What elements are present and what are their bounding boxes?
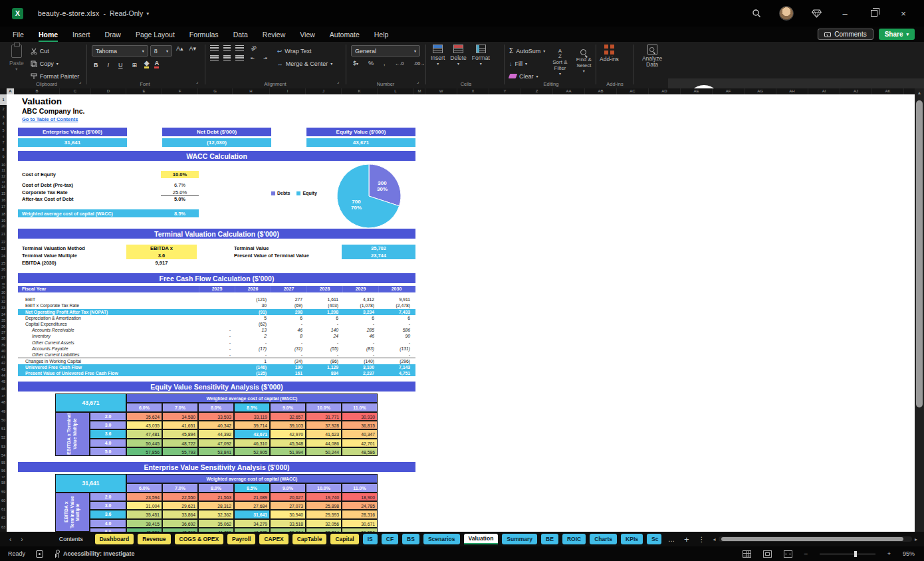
sheet-tab-is[interactable]: IS <box>363 534 378 544</box>
ev-sens-cell[interactable]: 35,451 <box>126 510 162 518</box>
fcf-cell[interactable]: 3,100 <box>342 364 378 370</box>
normal-view-button[interactable] <box>743 550 751 558</box>
sheet-tab-payroll[interactable]: Payroll <box>227 534 255 544</box>
equity-sens-cell[interactable]: 43,671 <box>234 429 270 438</box>
ev-sens-cell[interactable]: 31,641 <box>234 510 270 518</box>
ev-sens-cell[interactable]: 23,594 <box>126 493 162 501</box>
fcf-cell[interactable]: 46 <box>342 333 378 339</box>
paste-button[interactable]: Paste▾ <box>9 45 24 71</box>
fcf-cell[interactable]: 30 <box>235 302 271 308</box>
fcf-cell[interactable]: - <box>306 321 342 327</box>
title-chevron-icon[interactable]: ▾ <box>146 11 149 17</box>
horizontal-scroll-thumb[interactable] <box>721 537 903 541</box>
shrink-font-button[interactable]: A▾ <box>187 45 198 56</box>
fill-color-button[interactable]: ◆ <box>144 60 149 68</box>
fcf-cell[interactable]: 2 <box>235 333 271 339</box>
fcf-cell[interactable]: 4,751 <box>378 370 414 376</box>
equity-sens-cell[interactable]: 37,928 <box>306 421 342 429</box>
column-header-E[interactable]: E <box>126 88 162 94</box>
bold-button[interactable]: B <box>92 62 100 68</box>
insert-cells-button[interactable]: Insert▾ <box>431 45 445 66</box>
align-left-icon[interactable] <box>210 55 219 61</box>
fcf-cell[interactable]: 161 <box>271 370 306 376</box>
ev-sens-cell[interactable]: 27,684 <box>234 501 270 510</box>
fcf-cell[interactable]: 3,234 <box>342 309 378 315</box>
equity-sens-cell[interactable]: 42,701 <box>342 439 378 447</box>
column-header-Y[interactable]: Y <box>489 88 521 94</box>
equity-sens-cell[interactable]: 41,623 <box>306 429 342 438</box>
fcf-cell[interactable]: - <box>378 340 414 346</box>
align-top-icon[interactable] <box>210 45 219 51</box>
fill-button[interactable]: ↓Fill ▾ <box>509 58 545 69</box>
column-header-AH[interactable]: AH <box>776 88 808 94</box>
close-button[interactable]: × <box>897 9 909 19</box>
wacc-row-value-0[interactable]: 10.0% <box>161 171 199 178</box>
menu-tab-formulas[interactable]: Formulas <box>183 29 225 41</box>
sheet-tab-capital[interactable]: Capital <box>330 534 358 544</box>
more-sheets-button[interactable]: … <box>668 536 675 543</box>
wacc-result-bar[interactable]: Weighted average cost of capital (WACC)8… <box>18 209 199 217</box>
font-family-select[interactable]: Tahoma▾ <box>92 45 148 56</box>
scroll-up-icon[interactable]: ▲ <box>915 88 924 98</box>
align-right-icon[interactable] <box>235 55 244 61</box>
column-header-J[interactable]: J <box>306 88 342 94</box>
equity-sens-cell[interactable]: 32,657 <box>270 412 306 421</box>
align-middle-icon[interactable] <box>223 45 231 51</box>
fcf-cell[interactable]: (146) <box>235 364 271 370</box>
zoom-out-button[interactable]: – <box>804 550 808 557</box>
fcf-cell[interactable]: - <box>342 321 378 327</box>
comma-format-button[interactable]: , <box>382 60 388 66</box>
fcf-cell[interactable]: 7,143 <box>378 364 414 370</box>
sheet-tab-charts[interactable]: Charts <box>590 534 617 544</box>
ev-sens-cell[interactable]: 32,362 <box>198 510 234 518</box>
equity-sens-cell[interactable]: 48,722 <box>162 439 198 447</box>
decrease-decimal-button[interactable]: .00→ <box>411 61 427 66</box>
add-sheet-button[interactable]: + <box>684 534 689 544</box>
fcf-cell[interactable]: 277 <box>271 296 306 302</box>
vertical-scrollbar[interactable]: ▲ <box>915 88 924 532</box>
menu-tab-page-layout[interactable]: Page Layout <box>129 29 181 41</box>
copy-button[interactable]: Copy ▾ <box>31 58 80 69</box>
terminal-left-value-1[interactable]: 3.6 <box>126 252 197 259</box>
sheet-tab-cogs-opex[interactable]: COGS & OPEX <box>175 534 224 544</box>
page-break-view-button[interactable] <box>784 550 792 558</box>
equity-sens-cell[interactable]: 47,481 <box>126 429 162 438</box>
ev-sens-cell[interactable]: 30,671 <box>342 519 378 528</box>
sheet-canvas[interactable]: ABCDEFGHIJKLMWXYZAAABACADAEAFAGAHAIAJAK … <box>0 88 924 532</box>
column-header-AE[interactable]: AE <box>681 88 713 94</box>
column-header-K[interactable]: K <box>342 88 378 94</box>
sheet-tab-revenue[interactable]: Revenue <box>138 534 170 544</box>
fcf-cell[interactable]: - <box>199 333 235 339</box>
user-avatar[interactable] <box>779 6 794 21</box>
column-header-AF[interactable]: AF <box>713 88 745 94</box>
ev-sens-cell[interactable]: 28,312 <box>198 501 234 510</box>
fcf-cell[interactable]: (91) <box>235 309 271 315</box>
ev-sens-cell[interactable]: 34,279 <box>234 519 270 528</box>
fcf-cell[interactable]: 5 <box>235 315 271 321</box>
equity-sens-cell[interactable]: 53,841 <box>198 447 234 456</box>
macro-record-icon[interactable] <box>36 550 43 558</box>
fcf-cell[interactable]: 1,611 <box>306 296 342 302</box>
ev-sens-cell[interactable]: 18,900 <box>342 493 378 501</box>
column-header-G[interactable]: G <box>198 88 233 94</box>
fcf-cell[interactable]: 6 <box>378 315 414 321</box>
ev-sens-cell[interactable]: 30,940 <box>270 510 306 518</box>
sheet-tab-scenarios[interactable]: Scenarios <box>423 534 460 544</box>
equity-sens-cell[interactable]: 50,445 <box>126 439 162 447</box>
align-bottom-icon[interactable] <box>235 45 244 51</box>
fcf-cell[interactable]: 4,312 <box>342 296 378 302</box>
ev-sens-cell[interactable]: 33,518 <box>270 519 306 528</box>
sheet-tab-roic[interactable]: ROIC <box>562 534 586 544</box>
premium-diamond-icon[interactable] <box>811 8 822 19</box>
fcf-cell[interactable]: 140 <box>306 327 342 333</box>
fcf-cell[interactable]: (2,478) <box>378 302 414 308</box>
sheet-tab-be[interactable]: BE <box>541 534 558 544</box>
delete-cells-button[interactable]: Delete▾ <box>450 45 467 66</box>
next-sheet-button[interactable]: › <box>21 536 32 543</box>
sheet-tab-kpis[interactable]: KPIs <box>621 534 643 544</box>
fcf-cell[interactable]: - <box>235 352 271 358</box>
equity-sens-cell[interactable]: 52,905 <box>234 447 270 456</box>
fcf-cell[interactable]: 2,237 <box>342 370 378 376</box>
ev-sens-cell[interactable]: 21,089 <box>234 493 270 501</box>
menu-tab-data[interactable]: Data <box>227 29 255 41</box>
